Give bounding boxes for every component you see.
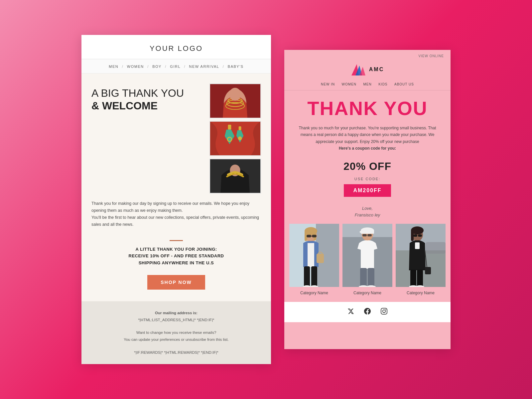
svg-rect-57 xyxy=(415,242,420,249)
svg-rect-42 xyxy=(360,231,362,233)
footer-address-label: Our mailing address is: xyxy=(155,311,198,315)
hero-text: A BIG THANK YOU & WELCOME xyxy=(91,83,203,194)
left-header: YOUR LOGO xyxy=(81,35,271,59)
svg-rect-29 xyxy=(312,235,317,237)
svg-rect-48 xyxy=(367,234,372,236)
svg-rect-41 xyxy=(361,230,374,234)
svg-point-17 xyxy=(234,172,236,174)
right-nav-about[interactable]: ABOUT US xyxy=(394,82,414,86)
right-message-section: Thank you so much for your purchase. You… xyxy=(284,121,451,157)
footer-rewards-code: *|IF:REWARDS|* *|HTML:REWARDS|* *|END:IF… xyxy=(91,349,261,356)
left-footer: Our mailing address is: *|HTML:LIST_ADDR… xyxy=(81,301,271,364)
nav-sep-2: / xyxy=(147,65,149,68)
signature-line2: Fransisco ley xyxy=(355,212,380,217)
coupon-code-section: AM200FF xyxy=(284,183,451,202)
svg-rect-6 xyxy=(210,121,260,155)
svg-point-10 xyxy=(228,138,231,141)
hero-images xyxy=(209,83,261,194)
signature-line1: Love, xyxy=(362,206,373,211)
person-svg-1 xyxy=(289,224,339,287)
category-label-1: Category Name xyxy=(300,289,328,297)
product-item-2: Category Name xyxy=(342,224,392,297)
product-image-3[interactable] xyxy=(396,224,446,287)
jewelry-image-1 xyxy=(209,83,261,118)
amc-logo-text: AMC xyxy=(369,66,384,72)
svg-rect-59 xyxy=(417,270,423,287)
shop-now-button[interactable]: SHOP NOW xyxy=(147,275,205,290)
right-product-images: Category Name xyxy=(284,224,451,297)
coupon-code-button[interactable]: AM200FF xyxy=(344,184,391,197)
footer-address-code: *|HTML:LIST_ADDRESS_HTML|* *|END:IF|* xyxy=(138,318,214,322)
svg-point-16 xyxy=(230,173,232,175)
svg-point-13 xyxy=(238,136,242,140)
nav-girl[interactable]: GIRL xyxy=(170,65,181,68)
left-hero-section: A BIG THANK YOU & WELCOME xyxy=(81,73,271,200)
right-nav-newin[interactable]: NEW IN xyxy=(321,82,335,86)
right-nav-women[interactable]: WOMEN xyxy=(342,82,356,86)
svg-rect-43 xyxy=(360,268,367,287)
right-top-bar: VIEW ONLINE xyxy=(284,50,451,61)
svg-rect-31 xyxy=(308,243,314,267)
footer-preferences: Want to change how you receive these ema… xyxy=(91,329,261,343)
svg-rect-33 xyxy=(311,266,317,287)
left-description: Thank you for making our day by signing … xyxy=(81,200,271,235)
svg-point-18 xyxy=(238,173,240,175)
svg-point-5 xyxy=(229,88,241,101)
product-item-1: Category Name xyxy=(289,224,339,297)
use-code-label: USE CODE: xyxy=(284,174,451,183)
nav-sep-1: / xyxy=(122,65,124,68)
left-body: A BIG THANK YOU & WELCOME xyxy=(81,73,271,301)
jewelry-svg-1 xyxy=(210,83,260,118)
product-item-3: Category Name xyxy=(396,224,446,297)
twitter-icon[interactable] xyxy=(347,308,354,316)
offer-text: A LITTLE THANK YOU FOR JOINING:RECEIVE 1… xyxy=(91,246,261,267)
left-email-card: YOUR LOGO MEN / WOMEN / BOY / GIRL / NEW… xyxy=(81,35,271,364)
right-social-footer xyxy=(284,302,451,322)
nav-boy[interactable]: BOY xyxy=(152,65,162,68)
hero-line1: A BIG THANK YOU xyxy=(91,87,184,99)
left-nav: MEN / WOMEN / BOY / GIRL / NEW ARRIVAL /… xyxy=(81,59,271,73)
category-label-3: Category Name xyxy=(407,289,435,297)
description-text: Thank you for making our day by signing … xyxy=(91,200,261,228)
cta-wrapper: SHOP NOW xyxy=(81,272,271,301)
svg-rect-51 xyxy=(426,242,446,254)
right-email-card: VIEW ONLINE AMC NEW IN WOMEN MEN KIDS AB… xyxy=(284,50,451,349)
facebook-icon[interactable] xyxy=(364,308,371,316)
nav-men[interactable]: MEN xyxy=(109,65,118,68)
hero-line2: & WELCOME xyxy=(91,99,203,112)
left-logo: YOUR LOGO xyxy=(88,44,264,53)
nav-baby[interactable]: BABY'S xyxy=(228,65,244,68)
nav-new-arrival[interactable]: NEW ARRIVAL xyxy=(189,65,219,68)
thank-you-message: Thank you so much for your purchase. You… xyxy=(298,125,437,152)
discount-text: 20% OFF xyxy=(291,160,444,173)
product-image-2[interactable] xyxy=(342,224,392,287)
view-online-link[interactable]: VIEW ONLINE xyxy=(418,54,444,58)
right-thank-you-section: THANK YOU xyxy=(284,90,451,121)
svg-rect-55 xyxy=(413,234,417,237)
svg-rect-54 xyxy=(411,230,414,241)
thank-you-headline: THANK YOU xyxy=(294,99,441,118)
nav-sep-5: / xyxy=(223,65,224,68)
nav-women[interactable]: WOMEN xyxy=(127,65,144,68)
left-divider xyxy=(170,240,183,241)
right-nav-men[interactable]: MEN xyxy=(363,82,372,86)
jewelry-svg-3 xyxy=(210,159,260,194)
product-image-1[interactable] xyxy=(289,224,339,287)
instagram-icon[interactable] xyxy=(381,308,387,316)
svg-rect-32 xyxy=(304,266,310,287)
right-nav-kids[interactable]: KIDS xyxy=(378,82,387,86)
footer-address: Our mailing address is: *|HTML:LIST_ADDR… xyxy=(91,310,261,323)
left-offer: A LITTLE THANK YOU FOR JOINING:RECEIVE 1… xyxy=(81,246,271,272)
coupon-intro: Here's a coupon code for you: xyxy=(339,146,396,151)
discount-section: 20% OFF xyxy=(284,157,451,174)
nav-sep-3: / xyxy=(165,65,167,68)
jewelry-image-3 xyxy=(209,159,261,194)
svg-rect-36 xyxy=(317,254,324,263)
right-logo-area: AMC xyxy=(284,61,451,79)
svg-rect-63 xyxy=(425,267,431,274)
jewelry-svg-2 xyxy=(210,121,260,156)
hero-headline: A BIG THANK YOU & WELCOME xyxy=(91,87,203,112)
svg-rect-7 xyxy=(228,125,231,130)
offer-bold: RECEIVE 10% OFF - AND FREE STANDARDSHIPP… xyxy=(129,253,224,265)
jewelry-image-2 xyxy=(209,121,261,156)
